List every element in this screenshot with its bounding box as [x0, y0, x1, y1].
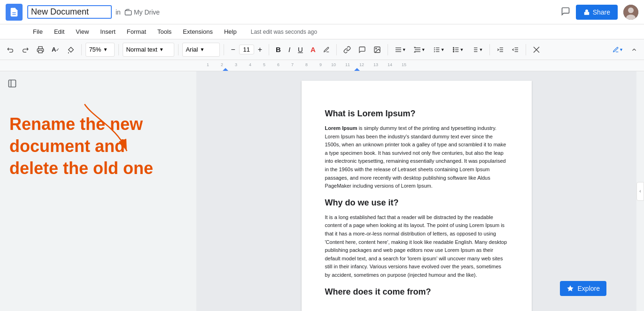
- font-family-value: Arial: [186, 46, 198, 53]
- font-size-increase[interactable]: +: [255, 44, 265, 56]
- annotation-line2: document and: [9, 136, 153, 158]
- panel-collapse-button[interactable]: ‹: [636, 182, 644, 201]
- line-spacing-button[interactable]: ▼: [411, 44, 428, 55]
- decrease-indent-button[interactable]: [494, 44, 507, 55]
- svg-text:8: 8: [305, 62, 308, 67]
- svg-point-5: [628, 8, 634, 13]
- share-button[interactable]: Share: [576, 5, 618, 20]
- toolbar-divider-1: [81, 44, 82, 55]
- font-size-decrease[interactable]: −: [228, 44, 238, 56]
- content-area: Rename the new document and delete the o…: [0, 71, 644, 311]
- menu-file[interactable]: File: [28, 26, 47, 37]
- image-button[interactable]: [371, 44, 384, 55]
- svg-rect-2: [125, 10, 131, 15]
- svg-text:7: 7: [291, 62, 294, 67]
- zoom-dropdown-icon: ▼: [103, 47, 108, 52]
- menu-help[interactable]: Help: [219, 26, 241, 37]
- toolbar-divider-5: [269, 44, 269, 55]
- svg-text:2: 2: [221, 62, 223, 67]
- ruler: 1 2 3 4 5 6 7 8 9 10 11 12 13 14 15: [0, 60, 644, 71]
- svg-rect-7: [39, 50, 42, 53]
- svg-marker-57: [567, 285, 573, 291]
- text-style-selector[interactable]: Normal text ▼: [123, 43, 174, 57]
- comment-button[interactable]: [561, 7, 570, 17]
- svg-text:4: 4: [249, 62, 251, 67]
- italic-button[interactable]: I: [286, 44, 293, 55]
- my-drive-text: My Drive: [134, 8, 160, 16]
- align-button[interactable]: ▼: [392, 44, 409, 55]
- zoom-value: 75%: [89, 46, 101, 53]
- toolbar-divider-7: [388, 44, 388, 55]
- paragraph-2[interactable]: It is a long established fact that a rea…: [325, 213, 508, 280]
- menu-tools[interactable]: Tools: [153, 26, 176, 37]
- redo-button[interactable]: [19, 44, 32, 55]
- menu-edit[interactable]: Edit: [49, 26, 69, 37]
- menu-format[interactable]: Format: [122, 26, 151, 37]
- toolbar: A✓ 75% ▼ Normal text ▼ Arial ▼ − + B I U…: [0, 39, 644, 60]
- paragraph-1[interactable]: Lorem Ipsum is simply dummy text of the …: [325, 124, 508, 190]
- svg-text:11: 11: [345, 62, 350, 67]
- numbered-list-button[interactable]: ▼: [468, 44, 486, 55]
- annotation-line1: Rename the new: [9, 114, 153, 136]
- right-panel: ‹: [636, 71, 644, 311]
- svg-text:9: 9: [319, 62, 322, 67]
- link-button[interactable]: [341, 44, 354, 55]
- section-3: Where does it come from?: [325, 287, 508, 297]
- zoom-selector[interactable]: 75% ▼: [85, 43, 115, 57]
- menu-bar: File Edit View Insert Format Tools Exten…: [0, 24, 644, 39]
- style-dropdown-icon: ▼: [159, 47, 164, 52]
- svg-rect-3: [584, 12, 589, 15]
- suggest-edits-button[interactable]: ▼: [610, 45, 626, 55]
- undo-button[interactable]: [4, 44, 17, 55]
- font-size-input[interactable]: [239, 45, 254, 54]
- toolbar-divider-9: [526, 44, 526, 55]
- menu-extensions[interactable]: Extensions: [178, 26, 217, 37]
- svg-rect-54: [9, 80, 16, 87]
- bullet-list-button[interactable]: ▼: [450, 44, 467, 55]
- bold-button[interactable]: B: [273, 44, 284, 55]
- font-dropdown-icon: ▼: [200, 47, 204, 52]
- toolbar-divider-6: [336, 44, 337, 55]
- text-style-value: Normal text: [126, 46, 157, 53]
- heading-3: Where does it come from?: [325, 287, 508, 297]
- highlight-color-button[interactable]: [320, 45, 333, 55]
- svg-text:6: 6: [277, 62, 279, 67]
- document-scroll-area[interactable]: What is Lorem Ipsum? Lorem Ipsum is simp…: [196, 71, 636, 311]
- explore-button[interactable]: Explore: [560, 281, 606, 296]
- collapse-toolbar-button[interactable]: [628, 45, 640, 55]
- document-title-input[interactable]: [27, 5, 112, 19]
- spell-check-button[interactable]: A✓: [49, 44, 62, 55]
- title-bar: in My Drive Share: [0, 0, 644, 24]
- underline-button[interactable]: U: [295, 44, 306, 55]
- text-color-button[interactable]: A: [308, 44, 318, 55]
- heading-2: Why do we use it?: [325, 198, 508, 208]
- svg-point-23: [453, 47, 454, 48]
- comment-insert-button[interactable]: [356, 44, 369, 55]
- clear-formatting-button[interactable]: [530, 44, 543, 55]
- svg-point-10: [375, 48, 376, 49]
- checklist-button[interactable]: ▼: [430, 44, 448, 55]
- menu-view[interactable]: View: [71, 26, 93, 37]
- sidebar-toggle-button[interactable]: [8, 79, 17, 90]
- user-avatar[interactable]: [623, 5, 638, 20]
- left-panel: Rename the new document and delete the o…: [0, 71, 196, 311]
- svg-point-24: [453, 49, 454, 50]
- annotation-overlay: Rename the new document and delete the o…: [9, 114, 153, 179]
- print-button[interactable]: [34, 44, 47, 55]
- font-size-control: − +: [228, 44, 265, 56]
- toolbar-divider-2: [118, 44, 119, 55]
- toolbar-divider-4: [224, 44, 224, 55]
- svg-text:1: 1: [207, 62, 209, 67]
- my-drive-link[interactable]: My Drive: [124, 8, 160, 16]
- svg-text:15: 15: [402, 62, 406, 67]
- toolbar-divider-8: [489, 44, 490, 55]
- paint-format-button[interactable]: [64, 44, 78, 55]
- document-page: What is Lorem Ipsum? Lorem Ipsum is simp…: [302, 81, 532, 311]
- menu-insert[interactable]: Insert: [95, 26, 120, 37]
- last-edit-status: Last edit was seconds ago: [251, 29, 317, 35]
- increase-indent-button[interactable]: [509, 44, 522, 55]
- in-label: in: [116, 8, 121, 16]
- svg-text:14: 14: [388, 62, 392, 67]
- explore-label: Explore: [578, 285, 600, 292]
- font-family-selector[interactable]: Arial ▼: [182, 43, 220, 57]
